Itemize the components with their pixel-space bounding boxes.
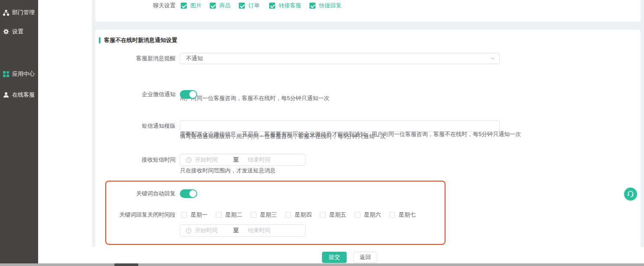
keyword-off-label: 关键词回复关闭时间段	[95, 211, 176, 218]
chevron-down-icon	[491, 57, 495, 60]
checkbox-icon[interactable]	[181, 212, 187, 218]
notify-help: 用户向同一位客服咨询，客服不在线时，每5分钟只通知一次	[180, 95, 329, 102]
checkbox-checked-icon[interactable]	[181, 3, 187, 9]
checkbox-checked-icon[interactable]	[309, 3, 315, 9]
sidebar-item-label: 设置	[12, 28, 23, 36]
horizontal-scrollbar[interactable]	[0, 263, 644, 266]
keyword-reply-label: 关键词自动回复	[95, 189, 176, 198]
toggle-knob	[189, 91, 196, 98]
end-time-input[interactable]: 结束时间	[248, 156, 286, 164]
clock-icon	[186, 157, 192, 163]
notify-label: 客服新消息提醒	[95, 53, 176, 64]
weekday-checkbox-thu[interactable]: 星期四	[285, 212, 312, 218]
section-accent-bar	[99, 37, 101, 43]
weekday-checkbox-tue[interactable]: 星期二	[216, 212, 242, 218]
org-icon	[3, 10, 9, 16]
sms-time-label: 接收短信时间	[95, 154, 176, 166]
checkbox-icon[interactable]	[389, 212, 395, 218]
sidebar-item-department[interactable]: 部门管理	[3, 9, 35, 16]
checkbox-icon[interactable]	[216, 212, 222, 218]
clock-icon	[186, 228, 192, 234]
toggle-knob	[189, 190, 196, 197]
range-separator: 至	[233, 227, 248, 234]
chat-option-transfer[interactable]: 转接客服	[269, 3, 301, 9]
range-separator: 至	[233, 156, 248, 164]
sidebar-item-label: 在线客服	[12, 91, 35, 99]
checkbox-checked-icon[interactable]	[210, 3, 216, 9]
sms-template-label: 短信通知模版	[95, 120, 176, 132]
checkbox-icon[interactable]	[320, 212, 326, 218]
checkbox-checked-icon[interactable]	[269, 3, 275, 9]
customer-service-float-button[interactable]	[624, 188, 637, 201]
checkbox-icon[interactable]	[250, 212, 257, 218]
sms-time-range-picker[interactable]: 开始时间 至 结束时间	[180, 154, 306, 166]
chat-option-image[interactable]: 图片	[181, 3, 202, 9]
horizontal-scrollbar-thumb[interactable]	[114, 263, 138, 266]
sidebar-item-settings[interactable]: 设置	[3, 28, 23, 36]
sms-template-help: 填写短信通知模版后，用户向同一位客服咨询，客服不在线时，每5分钟只通知一次	[180, 133, 386, 140]
chat-option-quick-reply[interactable]: 快捷回复	[309, 3, 342, 9]
start-time-input[interactable]: 开始时间	[195, 156, 233, 164]
person-icon	[3, 92, 9, 98]
offline-notify-card: 客服不在线时新消息通知设置 客服新消息提醒 不通知 用户向同一位客服咨询，客服不…	[95, 30, 641, 266]
chat-settings-label: 聊天设置	[95, 3, 176, 9]
back-button[interactable]: 返回	[353, 252, 377, 263]
sidebar-item-online-service[interactable]: 在线客服	[3, 91, 35, 99]
wechat-toggle[interactable]	[180, 90, 197, 99]
weekday-checkbox-sun[interactable]: 星期七	[389, 212, 416, 218]
keyword-reply-toggle[interactable]	[180, 189, 197, 198]
chat-option-product[interactable]: 商品	[210, 3, 231, 9]
checkbox-icon[interactable]	[285, 212, 291, 218]
sidebar-item-label: 部门管理	[12, 9, 35, 16]
sidebar: 部门管理 设置 应用中心 在线客服	[0, 0, 38, 263]
sidebar-item-app-center[interactable]: 应用中心	[3, 70, 35, 78]
chat-settings-card: 聊天设置 图片 商品 订单 转接客服 快捷回复	[95, 0, 641, 22]
chat-option-order[interactable]: 订单	[239, 3, 260, 9]
headset-icon	[627, 190, 634, 198]
wechat-label: 企业微信通知	[95, 90, 176, 99]
end-time-input[interactable]: 结束时间	[248, 227, 286, 234]
submit-button[interactable]: 提交	[322, 252, 347, 263]
weekday-checkbox-wed[interactable]: 星期三	[250, 212, 277, 218]
checkbox-icon[interactable]	[355, 212, 361, 218]
sidebar-item-label: 应用中心	[12, 70, 35, 78]
sms-template-input[interactable]	[180, 120, 500, 132]
notify-select-value: 不通知	[186, 55, 203, 62]
notify-select[interactable]: 不通知	[180, 53, 500, 64]
sms-time-help: 只在接收时间范围内，才发送短息消息	[180, 167, 276, 174]
submenu-panel	[38, 0, 92, 263]
weekday-checkbox-sat[interactable]: 星期六	[355, 212, 381, 218]
apps-icon	[3, 71, 9, 77]
checkbox-checked-icon[interactable]	[239, 3, 245, 9]
footer-action-bar: 提交 返回	[88, 247, 644, 263]
keyword-off-time-range-picker[interactable]: 开始时间 至 结束时间	[180, 224, 306, 237]
gear-icon	[3, 29, 9, 35]
weekday-checkbox-mon[interactable]: 星期一	[181, 212, 208, 218]
section-title: 客服不在线时新消息通知设置	[104, 37, 177, 44]
weekday-checkbox-fri[interactable]: 星期五	[320, 212, 346, 218]
start-time-input[interactable]: 开始时间	[195, 227, 233, 234]
